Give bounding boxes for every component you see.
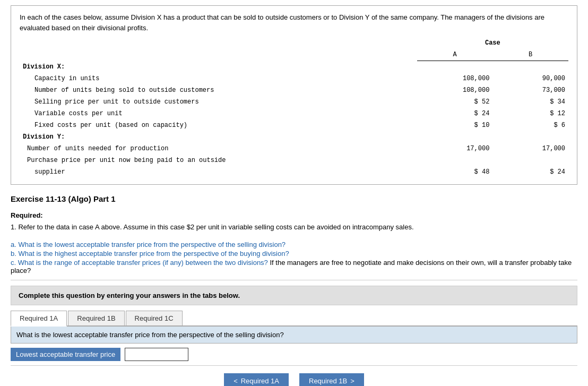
row-selling-price-b: $ 34	[492, 96, 568, 108]
row-fixed-costs-a: $ 10	[417, 119, 493, 131]
row-units-needed-a: 17,000	[417, 143, 493, 155]
row-variable-costs-b: $ 12	[492, 108, 568, 119]
case-header: Case	[417, 37, 568, 49]
row-supplier-label: supplier	[20, 166, 417, 178]
row-units-sold-label: Number of units being sold to outside cu…	[20, 84, 417, 96]
required-label: Required:	[11, 211, 43, 219]
row-capacity-a: 108,000	[417, 73, 493, 84]
answer-label: Lowest acceptable transfer price	[11, 348, 120, 361]
division-y-label: Division Y:	[20, 131, 417, 143]
intro-box: In each of the cases below, assume Divis…	[11, 5, 577, 185]
complete-box-text: Complete this question by entering your …	[19, 291, 240, 299]
row-units-needed-b: 17,000	[492, 143, 568, 155]
row-purchase-price-b: $ 24	[492, 166, 568, 178]
next-arrow-icon: >	[350, 377, 354, 385]
required-intro: 1. Refer to the data in case A above. As…	[11, 221, 577, 233]
required-section: Required: 1. Refer to the data in case A…	[11, 210, 577, 233]
row-variable-costs-label: Variable costs per unit	[20, 108, 417, 119]
row-fixed-costs-b: $ 6	[492, 119, 568, 131]
col-b-header: B	[492, 49, 568, 61]
tabs-row: Required 1A Required 1B Required 1C	[11, 311, 577, 327]
row-selling-price-label: Selling price per unit to outside custom…	[20, 96, 417, 108]
tab-question-text: What is the lowest acceptable transfer p…	[16, 331, 284, 339]
col-a-header: A	[417, 49, 493, 61]
data-table: Case A B Division X: Capacity in units 1…	[20, 37, 568, 178]
exercise-title: Exercise 11-13 (Algo) Part 1	[11, 194, 577, 203]
nav-buttons: < Required 1A Required 1B >	[11, 373, 577, 386]
row-capacity-b: 90,000	[492, 73, 568, 84]
intro-text: In each of the cases below, assume Divis…	[20, 12, 568, 33]
tab-required-1a[interactable]: Required 1A	[11, 311, 67, 327]
row-selling-price-a: $ 52	[417, 96, 493, 108]
tab-content-header: What is the lowest acceptable transfer p…	[11, 327, 577, 344]
question-c: c. What is the range of acceptable trans…	[11, 259, 577, 275]
complete-box: Complete this question by entering your …	[11, 286, 577, 305]
row-purchase-price-a: $ 48	[417, 166, 493, 178]
row-units-needed-label: Number of units needed for production	[20, 143, 417, 155]
next-button[interactable]: Required 1B >	[299, 373, 364, 386]
prev-button[interactable]: < Required 1A	[224, 373, 289, 386]
question-list: a. What is the lowest acceptable transfe…	[11, 241, 577, 275]
question-a: a. What is the lowest acceptable transfe…	[11, 241, 577, 248]
row-fixed-costs-label: Fixed costs per unit (based on capacity)	[20, 119, 417, 131]
prev-button-label: Required 1A	[241, 377, 279, 385]
division-x-label: Division X:	[20, 61, 417, 73]
next-button-label: Required 1B	[309, 377, 347, 385]
row-units-sold-b: 73,000	[492, 84, 568, 96]
question-b: b. What is the highest acceptable transf…	[11, 250, 577, 258]
prev-arrow-icon: <	[234, 377, 238, 385]
row-variable-costs-a: $ 24	[417, 108, 493, 119]
row-capacity-label: Capacity in units	[20, 73, 417, 84]
tab-required-1b[interactable]: Required 1B	[68, 311, 124, 325]
answer-input[interactable]	[125, 348, 188, 361]
row-units-sold-a: 108,000	[417, 84, 493, 96]
row-purchase-price-line1-label: Purchase price per unit now being paid t…	[20, 155, 417, 166]
answer-row: Lowest acceptable transfer price	[11, 344, 577, 366]
tab-required-1c[interactable]: Required 1C	[126, 311, 183, 325]
